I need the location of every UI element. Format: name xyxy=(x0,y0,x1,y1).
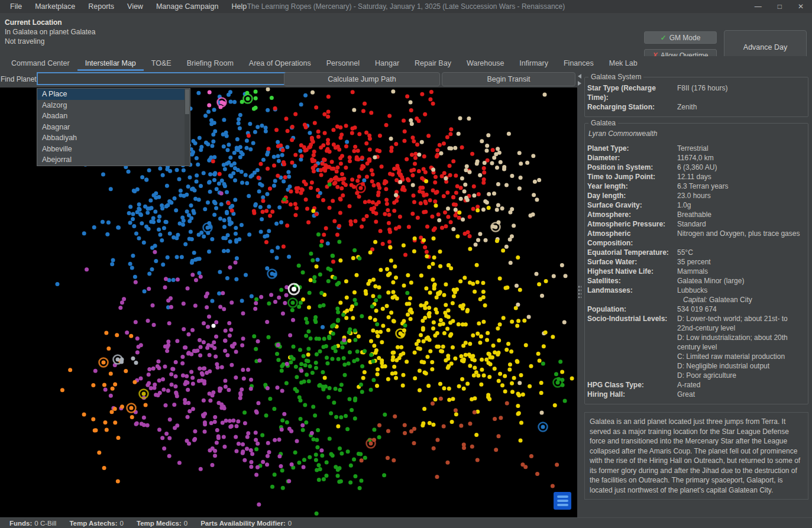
title-bar: FileMarketplaceReportsViewManage Campaig… xyxy=(0,0,812,13)
info-value: 6.3 Terran years xyxy=(677,182,805,191)
system-groupbox: Galatea System Star Type (Recharge Time)… xyxy=(584,77,808,117)
info-value: 35 percent xyxy=(677,257,805,267)
begin-transit-button[interactable]: Begin Transit xyxy=(442,72,575,86)
info-row: Population:534 019 674 xyxy=(587,305,805,314)
menu-help[interactable]: Help xyxy=(225,2,254,11)
info-label: Population: xyxy=(587,305,677,314)
dropdown-item-abadan[interactable]: Abadan xyxy=(37,111,190,122)
planet-description: Galatea is an arid planet located just t… xyxy=(584,412,808,500)
gm-mode-button[interactable]: ✓ GM Mode xyxy=(644,31,717,44)
tab-interstellar-map[interactable]: Interstellar Map xyxy=(77,56,144,71)
menu-manage-campaign[interactable]: Manage Campaign xyxy=(150,2,225,11)
dropdown-scrollbar[interactable] xyxy=(185,89,190,166)
status-bar: Funds:0 C-BillTemp Astechs:0Temp Medics:… xyxy=(0,517,812,528)
dropdown-item-abejorral[interactable]: Abejorral xyxy=(37,154,190,166)
find-planet-label: Find Planet: xyxy=(1,75,38,83)
tab-briefing-room[interactable]: Briefing Room xyxy=(179,56,241,71)
minimize-button[interactable]: — xyxy=(755,2,762,11)
info-label: Star Type (Recharge Time): xyxy=(587,83,677,102)
campaign-header: Current Location In Galatea on planet Ga… xyxy=(0,13,812,56)
info-row: Hiring Hall:Great xyxy=(587,390,805,399)
info-row: Atmospheric Pressure:Standard xyxy=(587,219,805,229)
check-icon: ✓ xyxy=(661,34,667,42)
calculate-jump-path-button[interactable]: Calculate Jump Path xyxy=(284,72,440,86)
info-value: 11674,0 km xyxy=(677,153,805,163)
info-label: Socio-Industrial Levels: xyxy=(587,314,677,380)
info-row: Surface Gravity:1.0g xyxy=(587,200,805,210)
map-menu-button[interactable] xyxy=(554,492,571,510)
info-label: Day length: xyxy=(587,191,677,200)
info-row: Satellites:Galatea Minor (large) xyxy=(587,276,805,286)
info-label: Satellites: xyxy=(587,276,677,286)
current-location-line2: Not traveling xyxy=(5,37,95,46)
info-label: Atmosphere: xyxy=(587,210,677,219)
info-label: Year length: xyxy=(587,182,677,191)
info-value: 534 019 674 xyxy=(677,305,805,314)
collapse-left-icon[interactable] xyxy=(578,74,581,79)
tab-personnel[interactable]: Personnel xyxy=(319,56,367,71)
current-location-title: Current Location xyxy=(5,18,95,27)
close-button[interactable]: ✕ xyxy=(798,2,804,11)
expand-right-icon[interactable] xyxy=(578,81,581,86)
system-rows: Star Type (Recharge Time):F8II (176 hour… xyxy=(587,83,805,112)
find-planet-input[interactable] xyxy=(37,72,287,85)
info-value: 1.0g xyxy=(677,200,805,210)
menu-view[interactable]: View xyxy=(121,2,150,11)
info-row: Planet Type:Terrestrial xyxy=(587,144,805,153)
tab-finances[interactable]: Finances xyxy=(556,56,601,71)
tab-hangar[interactable]: Hangar xyxy=(367,56,407,71)
dropdown-item-abbadiyah[interactable]: Abbadiyah xyxy=(37,132,190,144)
tab-repair-bay[interactable]: Repair Bay xyxy=(407,56,459,71)
planet-group-title: Galatea xyxy=(588,119,618,127)
info-row: Capital: Galatean City xyxy=(587,295,805,305)
planet-groupbox: Galatea Lyran Commonwealth Planet Type:T… xyxy=(584,123,808,404)
info-label: HPG Class Type: xyxy=(587,380,677,390)
maximize-button[interactable]: □ xyxy=(778,2,782,11)
menu-file[interactable]: File xyxy=(4,2,28,11)
menu-marketplace[interactable]: Marketplace xyxy=(28,2,82,11)
split-divider[interactable] xyxy=(577,71,582,517)
info-value: A-rated xyxy=(677,380,805,390)
info-row: Time to Jump Point:12.11 days xyxy=(587,172,805,182)
menu-reports[interactable]: Reports xyxy=(82,2,121,11)
info-row: Position in System:6 (3,360 AU) xyxy=(587,163,805,172)
tab-area-of-operations[interactable]: Area of Operations xyxy=(241,56,319,71)
info-row: Highest Native Life:Mammals xyxy=(587,267,805,276)
tab-to-e[interactable]: TO&E xyxy=(144,56,179,71)
info-label: Surface Water: xyxy=(587,257,677,267)
info-label: Diameter: xyxy=(587,153,677,163)
info-label: Position in System: xyxy=(587,163,677,172)
info-value: Breathable xyxy=(677,210,805,219)
info-row: Surface Water:35 percent xyxy=(587,257,805,267)
info-value: 12.11 days xyxy=(677,172,805,182)
find-planet-dropdown: A PlaceAalzorgAbadanAbagnarAbbadiyahAbbe… xyxy=(37,88,190,166)
planet-info-panel: Galatea System Star Type (Recharge Time)… xyxy=(582,71,812,517)
tab-infirmary[interactable]: Infirmary xyxy=(512,56,556,71)
info-label: Recharging Station: xyxy=(587,102,677,112)
info-row: Equatorial Temperature:55°C xyxy=(587,248,805,257)
info-row: Atmosphere:Breathable xyxy=(587,210,805,219)
dropdown-item-aalzorg[interactable]: Aalzorg xyxy=(37,100,190,111)
info-value: Mammals xyxy=(677,267,805,276)
dropdown-item-abagnar[interactable]: Abagnar xyxy=(37,122,190,133)
status-temp-astechs: Temp Astechs:0 xyxy=(69,520,124,527)
dropdown-item-abbeville[interactable]: Abbeville xyxy=(37,144,190,155)
dropdown-scrollbar-thumb[interactable] xyxy=(185,89,189,114)
divider-grip-icon[interactable] xyxy=(578,285,581,298)
info-label: Equatorial Temperature: xyxy=(587,248,677,257)
tab-command-center[interactable]: Command Center xyxy=(4,56,77,71)
info-row: Socio-Industrial Levels:D: Lower-tech wo… xyxy=(587,314,805,380)
info-row: Day length:23.0 hours xyxy=(587,191,805,200)
info-value: Standard xyxy=(677,219,805,229)
tab-warehouse[interactable]: Warehouse xyxy=(459,56,512,71)
info-value: 6 (3,360 AU) xyxy=(677,163,805,172)
dropdown-item-a-place[interactable]: A Place xyxy=(37,89,190,100)
current-location-block: Current Location In Galatea on planet Ga… xyxy=(5,18,95,46)
info-value: Nitrogen and Oxygen, plus trace gases xyxy=(677,229,805,248)
info-value: 23.0 hours xyxy=(677,191,805,200)
info-label xyxy=(587,295,677,305)
tab-mek-lab[interactable]: Mek Lab xyxy=(601,56,645,71)
info-value: F8II (176 hours) xyxy=(677,83,805,102)
hamburger-icon xyxy=(557,495,568,498)
info-row: Landmasses:Lubbucks xyxy=(587,286,805,295)
